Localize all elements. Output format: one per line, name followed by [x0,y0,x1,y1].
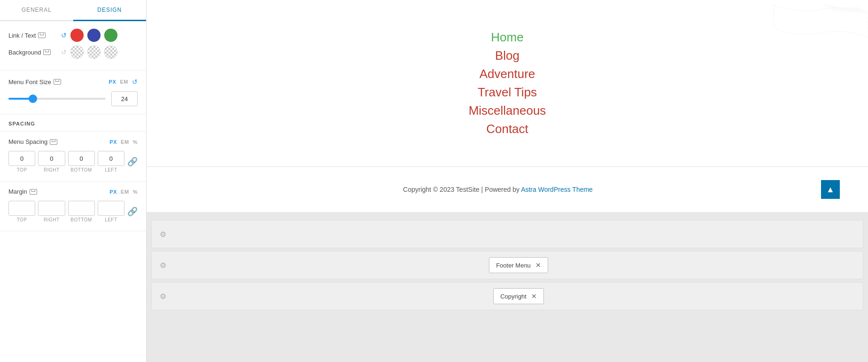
row1-gear[interactable]: ⚙ [152,230,174,239]
builder-area: ⚙ ⚙ Footer Menu ✕ ⚙ Copyright ✕ [147,212,868,362]
spacing-right-wrap: RIGHT [38,151,65,173]
color-green[interactable] [104,29,117,42]
menu-spacing-label: Menu Spacing [8,138,57,145]
nav-link-adventure[interactable]: Adventure [480,67,535,81]
margin-bottom-input[interactable] [68,201,95,216]
spacing-left-input[interactable] [98,151,124,166]
menu-font-size-section: Menu Font Size PX EM ↺ 24 [0,71,146,114]
nav-link-travel-tips[interactable]: Travel Tips [478,85,537,99]
slider-thumb[interactable] [29,94,37,103]
margin-right-label: RIGHT [44,217,60,222]
link-text-label: Link / Text [8,32,60,39]
spacing-left-wrap: LEFT [98,151,124,173]
spacing-bottom-input[interactable] [68,151,95,166]
spacing-monitor-icon [50,139,57,145]
nav-link-miscellaneous[interactable]: Miscellaneous [469,103,546,118]
margin-label: Margin [8,188,37,195]
font-size-input[interactable]: 24 [111,91,138,106]
right-panel: Home Blog Adventure Travel Tips Miscella… [147,0,868,362]
background-label: Background [8,49,60,56]
slider-track[interactable] [8,98,106,100]
color-blue[interactable] [87,29,101,42]
font-size-units: PX EM ↺ [109,78,138,86]
row2-gear[interactable]: ⚙ [152,261,174,270]
tab-design[interactable]: DESIGN [73,0,147,21]
margin-link-icon[interactable]: 🔗 [127,206,138,217]
margin-bottom-wrap: BOTTOM [68,201,95,222]
spacing-right-label: RIGHT [44,167,60,173]
spacing-header: SPACING [0,114,146,132]
unit-px[interactable]: PX [109,79,116,85]
builder-row-1: ⚙ [151,220,863,248]
font-size-reset[interactable]: ↺ [132,78,138,86]
row3-gear[interactable]: ⚙ [152,292,174,301]
footer-preview: Copyright © 2023 TestSite | Powered by A… [147,167,868,212]
margin-left-label: LEFT [105,217,117,222]
font-size-row: Menu Font Size PX EM ↺ [8,78,138,86]
tab-general[interactable]: GENERAL [0,0,73,21]
spacing-left-label: LEFT [105,167,117,173]
margin-left-input[interactable] [98,201,124,216]
nav-link-contact[interactable]: Contact [486,122,528,136]
nav-menu-list: Home Blog Adventure Travel Tips Miscella… [469,28,546,138]
margin-unit-em[interactable]: EM [121,189,129,195]
footer-menu-close[interactable]: ✕ [535,261,541,269]
font-size-label: Menu Font Size [8,79,61,86]
builder-row-2: ⚙ Footer Menu ✕ [151,251,863,279]
spacing-right-input[interactable] [38,151,65,166]
unit-em[interactable]: EM [120,79,128,85]
margin-unit-px[interactable]: PX [109,189,117,195]
nav-item-adventure[interactable]: Adventure [469,65,546,83]
monitor-icon [38,32,46,38]
link-text-reset[interactable]: ↺ [60,31,68,39]
bg-monitor-icon [43,49,51,55]
copyright-widget[interactable]: Copyright ✕ [493,288,544,304]
nav-item-blog[interactable]: Blog [469,47,546,65]
margin-units: PX EM % [109,189,138,195]
margin-right-wrap: RIGHT [38,201,65,222]
nav-item-travel-tips[interactable]: Travel Tips [469,83,546,102]
footer-menu-label: Footer Menu [496,262,531,269]
nav-item-miscellaneous[interactable]: Miscellaneous [469,102,546,120]
nav-link-home[interactable]: Home [491,30,523,44]
margin-inputs: TOP RIGHT BOTTOM LEFT 🔗 [8,201,138,222]
spacing-bottom-label: BOTTOM [70,167,92,173]
menu-spacing-section: Menu Spacing PX EM % TOP RIGHT BOTTOM [0,132,146,181]
spacing-unit-em[interactable]: EM [121,139,129,145]
preview-area: Home Blog Adventure Travel Tips Miscella… [147,0,868,212]
margin-section: Margin PX EM % TOP RIGHT BOTTOM [0,181,146,231]
margin-top-label: TOP [17,217,27,222]
spacing-unit-pct[interactable]: % [133,139,138,145]
row3-content: Copyright ✕ [174,283,863,309]
nav-item-contact[interactable]: Contact [469,120,546,138]
spacing-unit-px[interactable]: PX [109,139,117,145]
background-reset[interactable]: ↺ [60,48,68,56]
spacing-bottom-wrap: BOTTOM [68,151,95,173]
margin-unit-pct[interactable]: % [133,189,138,195]
margin-right-input[interactable] [38,201,65,216]
builder-row-3: ⚙ Copyright ✕ [151,282,863,310]
left-panel: GENERAL DESIGN Link / Text ↺ Background … [0,0,147,362]
back-to-top-button[interactable]: ▲ [821,180,840,199]
margin-top-wrap: TOP [8,201,35,222]
footer-copyright: Copyright © 2023 TestSite | Powered by A… [175,186,821,193]
menu-spacing-row: Menu Spacing PX EM % [8,138,138,145]
font-size-slider-row: 24 [8,91,138,106]
bg-color-2[interactable] [87,46,101,59]
link-text-section: Link / Text ↺ Background ↺ [0,21,146,71]
copyright-close[interactable]: ✕ [531,292,537,300]
bg-color-3[interactable] [104,46,117,59]
nav-link-blog[interactable]: Blog [495,48,519,63]
footer-menu-widget[interactable]: Footer Menu ✕ [489,257,548,273]
spacing-link-icon[interactable]: 🔗 [127,157,138,167]
margin-top-input[interactable] [8,201,35,216]
color-red[interactable] [70,29,84,42]
background-colors [70,46,117,59]
nav-item-home[interactable]: Home [469,28,546,47]
map-bg-decoration [680,0,868,47]
footer-theme-link[interactable]: Astra WordPress Theme [521,186,593,193]
bg-color-1[interactable] [70,46,84,59]
menu-spacing-inputs: TOP RIGHT BOTTOM LEFT 🔗 [8,151,138,173]
spacing-top-label: TOP [17,167,27,173]
spacing-top-input[interactable] [8,151,35,166]
